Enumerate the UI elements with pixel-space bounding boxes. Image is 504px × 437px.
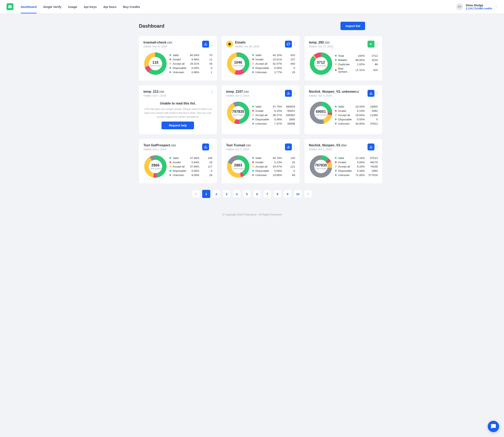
- stat-dot-icon: [252, 54, 254, 56]
- stat-dot-icon: [335, 157, 337, 159]
- stat-value: 28: [201, 174, 212, 177]
- more-menu-icon[interactable]: [212, 90, 212, 93]
- page-button[interactable]: 7: [263, 190, 271, 198]
- stat-row: Disposable 0.00% 0: [252, 67, 295, 70]
- main-nav: DashboardSingle VerifyUsageApi KeysApi D…: [21, 0, 456, 13]
- card-added-date: Added: Oct 2, 2019: [144, 148, 201, 151]
- request-help-button[interactable]: Request help: [162, 121, 194, 129]
- download-button[interactable]: [368, 90, 374, 97]
- card-added-date: Added: Oct 30, 2019: [235, 45, 283, 48]
- page-button[interactable]: 2: [212, 190, 220, 198]
- stat-row: Valid 40.74% 143: [252, 157, 295, 159]
- stat-value: 18: [201, 161, 212, 164]
- next-page-button[interactable]: [304, 190, 312, 198]
- more-menu-icon[interactable]: [294, 42, 295, 46]
- page-title: Dashboard: [139, 23, 164, 29]
- stat-dot-icon: [252, 166, 254, 167]
- download-button[interactable]: [368, 143, 374, 150]
- nav-link-api-keys[interactable]: Api Keys: [83, 0, 97, 13]
- more-menu-icon[interactable]: [212, 42, 212, 46]
- page-button[interactable]: 5: [243, 190, 251, 198]
- app-header: DashboardSingle VerifyUsageApi KeysApi D…: [0, 0, 504, 14]
- more-menu-icon[interactable]: [377, 42, 378, 46]
- download-button[interactable]: [202, 41, 209, 48]
- import-list-button[interactable]: Import list: [340, 22, 365, 30]
- page-button[interactable]: 4: [233, 190, 241, 198]
- page-button[interactable]: 8: [273, 190, 281, 198]
- svg-point-6: [228, 43, 231, 45]
- stat-dot-icon: [252, 161, 254, 163]
- stat-label: Unknown: [338, 122, 352, 125]
- stat-row: Accept all 37.99% 117: [169, 165, 212, 168]
- stat-percent: 0.00%: [271, 67, 282, 70]
- more-menu-icon[interactable]: [377, 91, 378, 95]
- nav-link-buy-credits[interactable]: Buy Credits: [123, 0, 140, 13]
- nav-link-single-verify[interactable]: Single Verify: [43, 0, 62, 13]
- stat-value: 380929: [284, 105, 295, 108]
- stat-percent: 19.66%: [271, 174, 282, 177]
- stat-row: Valid 40.15% 420: [252, 54, 295, 57]
- chevron-down-icon: [495, 5, 497, 9]
- stat-dot-icon: [335, 59, 337, 61]
- stat-row: Unknown 54.80% 37812: [335, 122, 378, 125]
- nav-link-dashboard[interactable]: Dashboard: [21, 0, 37, 13]
- card-title: temp_292.csv: [309, 41, 366, 44]
- stat-value: 0: [201, 67, 212, 70]
- stat-row: Invalid 4.19% 2892: [335, 109, 378, 112]
- download-button[interactable]: [285, 90, 292, 97]
- stat-value: 34: [201, 62, 212, 65]
- stat-percent: 0.00%: [188, 67, 199, 70]
- stat-percent: 0.36%: [353, 169, 365, 172]
- donut-total: 2866: [151, 163, 159, 168]
- page-button[interactable]: 9: [284, 190, 292, 198]
- stat-dot-icon: [252, 170, 254, 171]
- nav-link-api-docs[interactable]: Api Docs: [103, 0, 117, 13]
- stat-percent: 9.09%: [188, 174, 199, 177]
- logo[interactable]: [7, 3, 13, 10]
- stat-value: 0: [284, 67, 295, 70]
- refresh-button[interactable]: [285, 41, 292, 48]
- stat-row: Total 100% 3712: [335, 54, 378, 57]
- stat-percent: 47.75%: [271, 105, 282, 108]
- stat-dot-icon: [335, 106, 337, 107]
- stat-percent: 11.31%: [353, 69, 365, 71]
- stat-value: 3224: [366, 59, 378, 62]
- stat-value: 46276: [366, 161, 378, 164]
- play-button[interactable]: [368, 41, 374, 48]
- stat-percent: 36.27%: [271, 114, 282, 117]
- stat-row: Disposable 0.36% 2885: [252, 118, 295, 121]
- donut-chart: 1046 Total Emails: [226, 52, 250, 76]
- download-button[interactable]: [285, 143, 292, 150]
- more-menu-icon[interactable]: [294, 145, 295, 149]
- stat-percent: 5.84%: [188, 161, 199, 164]
- page-button[interactable]: 1: [202, 190, 210, 198]
- stat-label: Accept all: [256, 165, 269, 168]
- stat-row: Accept all 34.47% 121: [252, 165, 295, 168]
- stat-label: Bad-syntacs: [338, 67, 352, 73]
- stat-value: 11: [201, 58, 212, 61]
- page-button[interactable]: 6: [253, 190, 261, 198]
- stat-label: Unknown: [338, 174, 352, 177]
- stat-percent: 72.40%: [353, 174, 365, 177]
- stat-dot-icon: [335, 69, 337, 71]
- donut-label: Total Emails: [150, 168, 161, 170]
- page-button[interactable]: 3: [223, 190, 231, 198]
- stat-row: Disposable 0.00% 0: [252, 169, 295, 172]
- more-menu-icon[interactable]: [377, 145, 378, 149]
- stat-dot-icon: [169, 161, 171, 163]
- card-title: temp_2107.csv: [226, 90, 283, 93]
- prev-page-button[interactable]: [192, 190, 200, 198]
- list-card: Noclick_Noopen_V2.xlsx Added: Oct 1, 201…: [305, 139, 382, 183]
- stat-value: 16855: [366, 105, 378, 108]
- download-button[interactable]: [202, 143, 209, 150]
- more-menu-icon[interactable]: [212, 145, 212, 149]
- list-card: temp_292.csv Added: Oct 17, 2019 3712 To…: [305, 36, 382, 80]
- nav-link-usage[interactable]: Usage: [68, 0, 77, 13]
- stat-percent: 40.15%: [271, 54, 282, 57]
- more-menu-icon[interactable]: [294, 91, 295, 95]
- donut-chart: 2883 Total Emails: [226, 154, 250, 179]
- page-button[interactable]: 10: [294, 190, 302, 198]
- card-added-date: Added: Oct 1, 2019: [309, 148, 366, 151]
- user-menu[interactable]: DS Dima Shulga 2,124,714,698 credits: [456, 3, 497, 10]
- stat-dot-icon: [169, 54, 171, 56]
